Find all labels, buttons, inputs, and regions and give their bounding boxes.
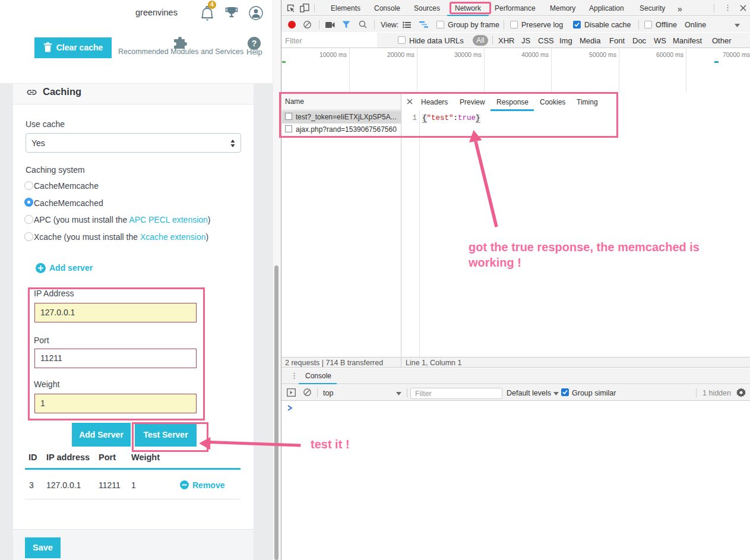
- svg-text:?: ?: [252, 39, 257, 48]
